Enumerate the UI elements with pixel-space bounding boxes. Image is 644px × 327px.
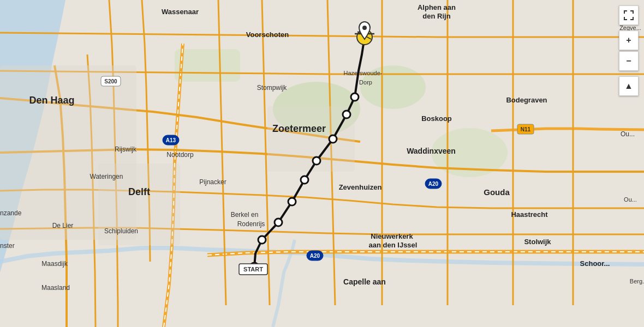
svg-text:Waddinxveen: Waddinxveen [407,147,456,155]
svg-text:Maasdijk: Maasdijk [41,260,68,268]
zoom-in-button[interactable]: + [619,31,639,50]
svg-text:START: START [243,266,263,272]
map-background: S200 A13 A20 A20 N11 Wassenaar Voorschot… [0,0,644,327]
svg-text:Haastrecht: Haastrecht [511,210,548,219]
compass-button[interactable]: ▲ [619,76,639,96]
map-controls: + − ▲ [619,5,639,96]
svg-text:aan den IJssel: aan den IJssel [369,241,418,249]
svg-point-55 [288,198,296,205]
svg-text:Den Haag: Den Haag [29,95,74,106]
svg-text:Berg...: Berg... [630,278,644,284]
svg-text:Rodenrijs: Rodenrijs [237,220,265,228]
svg-text:Pijnacker: Pijnacker [199,178,226,186]
svg-text:Stompwijk: Stompwijk [257,84,288,92]
zoom-out-button[interactable]: − [619,51,639,71]
svg-text:Stolwijk: Stolwijk [524,238,551,246]
fullscreen-button[interactable] [619,5,639,25]
svg-text:Gouda: Gouda [484,187,510,197]
svg-text:S200: S200 [104,78,117,84]
svg-text:Capelle aan: Capelle aan [343,277,386,286]
svg-point-60 [351,93,359,101]
svg-text:Maasland: Maasland [41,284,70,292]
svg-text:Berkel en: Berkel en [231,211,259,219]
svg-text:Bodegraven: Bodegraven [506,96,547,104]
svg-text:De Lier: De Lier [52,222,74,229]
svg-text:den Rijn: den Rijn [422,12,450,20]
svg-text:A13: A13 [166,137,176,143]
svg-text:Zoetermeer: Zoetermeer [272,123,326,134]
svg-point-66 [362,26,367,30]
svg-text:Boskoop: Boskoop [421,114,452,123]
svg-point-59 [343,111,350,118]
svg-text:Nieuwerkerk: Nieuwerkerk [371,232,413,240]
svg-text:Ou...: Ou... [621,130,635,138]
svg-point-57 [313,157,320,165]
svg-text:Rijswijk: Rijswijk [115,146,137,153]
svg-text:Nootdorp: Nootdorp [166,151,194,159]
svg-rect-7 [267,106,355,172]
svg-text:Wassenaar: Wassenaar [162,8,199,16]
svg-text:Alphen aan: Alphen aan [418,3,456,11]
svg-point-58 [329,135,337,143]
svg-text:Zevenhuizen: Zevenhuizen [339,183,382,191]
map-container: S200 A13 A20 A20 N11 Wassenaar Voorschot… [0,0,644,327]
svg-point-53 [258,236,266,244]
svg-text:Dorp: Dorp [359,79,372,86]
svg-point-56 [301,176,308,184]
svg-text:Schipluiden: Schipluiden [104,227,138,235]
svg-text:A20: A20 [310,253,320,259]
svg-rect-3 [175,49,240,82]
svg-point-54 [275,219,282,226]
svg-text:Voorschoten: Voorschoten [246,31,289,39]
svg-text:Ou...: Ou... [624,196,637,203]
svg-text:nzande: nzande [0,209,22,217]
svg-text:Schoor...: Schoor... [580,259,610,268]
svg-text:A20: A20 [428,181,439,187]
svg-text:Delft: Delft [128,186,150,197]
svg-text:Hazerswoude-: Hazerswoude- [344,70,383,76]
svg-text:N11: N11 [521,126,531,132]
svg-text:Wateringen: Wateringen [90,173,123,180]
svg-text:nster: nster [0,242,15,250]
